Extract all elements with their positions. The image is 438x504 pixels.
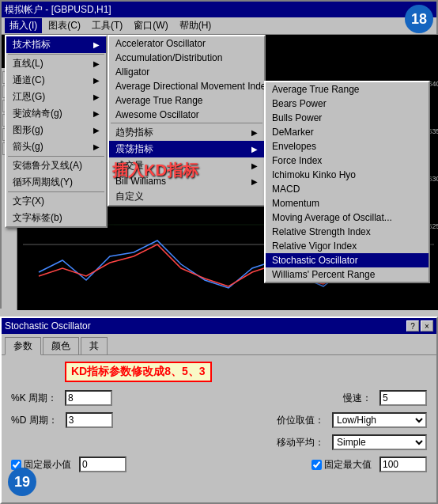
dd-custom[interactable]: 自定义 <box>109 188 264 205</box>
tab-other[interactable]: 其 <box>81 337 108 354</box>
kd-annotation: KD指标参数修改成8、5、3 <box>65 362 212 382</box>
menu-tools[interactable]: 工具(T) <box>87 18 127 33</box>
dd-item-text-label[interactable]: 文字标签(b) <box>6 210 106 226</box>
dd-accelerator[interactable]: Accelerator Oscillator <box>109 36 264 51</box>
menu-chart[interactable]: 图表(C) <box>43 18 85 33</box>
dd-bears-power[interactable]: Bears Power <box>266 97 429 111</box>
dd-item-fibonacci[interactable]: 斐波纳奇(g) ▶ <box>6 105 106 122</box>
dd-force-index[interactable]: Force Index <box>266 153 429 168</box>
dd-accumulation[interactable]: Accumulation/Distribution <box>109 51 264 65</box>
dd-item-arrow[interactable]: 箭头(g) ▶ <box>6 138 106 155</box>
menu-bar: 插入(I) 图表(C) 工具(T) 窗口(W) 帮助(H) <box>2 17 436 35</box>
arrow-icon: ▶ <box>93 126 100 135</box>
dd-rsi[interactable]: Relative Strength Index <box>266 225 429 239</box>
k-period-input[interactable] <box>65 390 112 406</box>
tab-color[interactable]: 颜色 <box>43 337 79 354</box>
badge-top: 18 <box>405 5 433 33</box>
window-title: 模拟帐户 - [GBPUSD,H1] <box>5 3 111 17</box>
title-bar: 模拟帐户 - [GBPUSD,H1] <box>2 2 436 17</box>
dd-item-andrew[interactable]: 安德鲁分叉线(A) <box>6 157 106 174</box>
ma-label: 移动平均： <box>277 436 324 449</box>
form-row-minmax: 固定最小值 固定最大值 <box>11 457 427 472</box>
form-row-d: %D 周期： 价位取值： Low/High Close/Close <box>11 412 427 428</box>
dd-item-text[interactable]: 文字(X) <box>6 193 106 210</box>
form-row-k: %K 周期： 慢速： <box>11 390 427 406</box>
menu-window[interactable]: 窗口(W) <box>129 18 172 33</box>
dd-item-gann[interactable]: 江恩(G) ▶ <box>6 89 106 105</box>
separator <box>8 54 104 55</box>
arrow-icon: ▶ <box>93 40 100 49</box>
dd-trend[interactable]: 趋势指标 ▶ <box>109 124 264 141</box>
dd-moving-avg-osc[interactable]: Moving Average of Oscillat... <box>266 210 429 225</box>
arrow-icon: ▶ <box>93 109 100 118</box>
max-checkbox[interactable] <box>312 460 322 470</box>
dd-admi[interactable]: Average Directional Movement Index <box>109 79 264 93</box>
dd-envelopes[interactable]: Envelopes <box>266 139 429 153</box>
dd-relative-vigor[interactable]: Relative Vigor Index <box>266 239 429 253</box>
slow-input[interactable] <box>379 390 427 406</box>
dd-ichimoku[interactable]: Ichimoku Kinko Hyo <box>266 168 429 182</box>
dd-item-channel[interactable]: 通道(C) ▶ <box>6 72 106 89</box>
tab-params[interactable]: 参数 <box>5 337 41 355</box>
d-period-label: %D 周期： <box>11 414 58 427</box>
dd-demarker[interactable]: DeMarker <box>266 125 429 139</box>
max-input[interactable] <box>379 457 427 472</box>
k-period-label: %K 周期： <box>11 392 57 405</box>
dd-awesome[interactable]: Awesome Oscillator <box>109 108 264 122</box>
dd-item-line[interactable]: 直线(L) ▶ <box>6 55 106 72</box>
dialog-title-buttons: ? × <box>406 320 433 332</box>
separator <box>8 156 104 157</box>
arrow-icon: ▶ <box>251 128 258 137</box>
arrow-icon: ▶ <box>251 177 258 186</box>
slow-label: 慢速： <box>340 392 372 405</box>
dd-bulls-power[interactable]: Bulls Power <box>266 111 429 125</box>
max-label: 固定最大值 <box>324 458 372 472</box>
badge-bottom: 19 <box>8 468 36 496</box>
ma-select[interactable]: Simple Exponential Smoothed Linear Weigh… <box>332 434 427 450</box>
separator <box>8 191 104 192</box>
dd-oscillator[interactable]: 震荡指标 ▶ <box>109 141 264 157</box>
arrow-icon: ▶ <box>93 93 100 101</box>
min-label: 固定最小值 <box>24 458 71 472</box>
arrow-icon: ▶ <box>93 59 100 68</box>
dialog-tabs: 参数 颜色 其 <box>2 334 436 355</box>
max-checkbox-label: 固定最大值 <box>312 458 372 472</box>
dropdown-insert-menu: 技术指标 ▶ 直线(L) ▶ 通道(C) ▶ 江恩(G) ▶ 斐波纳奇(g) ▶… <box>5 35 108 228</box>
annotation-insert: 插入KD指标 <box>112 160 198 181</box>
dd-williams[interactable]: Williams' Percent Range <box>266 267 429 282</box>
arrow-icon: ▶ <box>93 142 100 151</box>
menu-insert[interactable]: 插入(I) <box>5 18 42 33</box>
arrow-icon: ▶ <box>93 76 100 85</box>
dialog-title: Stochastic Oscillator <box>5 320 91 332</box>
stochastic-dialog: Stochastic Oscillator ? × 参数 颜色 其 KD指标参数… <box>0 316 438 504</box>
arrow-icon: ▶ <box>251 161 258 170</box>
dd-macd[interactable]: MACD <box>266 182 429 196</box>
dd-stochastic[interactable]: Stochastic Oscillator <box>266 253 429 267</box>
arrow-icon: ▶ <box>251 145 258 153</box>
price-select[interactable]: Low/High Close/Close <box>332 412 427 428</box>
close-button[interactable]: × <box>421 320 433 332</box>
dd-item-shape[interactable]: 图形(g) ▶ <box>6 122 106 138</box>
menu-help[interactable]: 帮助(H) <box>175 18 217 33</box>
dd-atr[interactable]: Average True Range <box>109 93 264 108</box>
min-input[interactable] <box>79 457 126 472</box>
dd-alligator[interactable]: Alligator <box>109 65 264 79</box>
dialog-title-bar: Stochastic Oscillator ? × <box>2 318 436 334</box>
dd-item-tech-indicator[interactable]: 技术指标 ▶ <box>6 36 106 53</box>
separator <box>111 123 262 123</box>
dd-momentum[interactable]: Momentum <box>266 196 429 210</box>
price-label: 价位取值： <box>277 414 324 427</box>
help-button[interactable]: ? <box>406 320 419 332</box>
d-period-input[interactable] <box>66 412 113 428</box>
form-row-ma: 移动平均： Simple Exponential Smoothed Linear… <box>11 434 427 450</box>
dd-item-cycle[interactable]: 循环周期线(Y) <box>6 174 106 191</box>
dropdown-oscillators: Average True Range Bears Power Bulls Pow… <box>264 81 430 283</box>
dialog-content: KD指标参数修改成8、5、3 %K 周期： 慢速： %D 周期： 价位取值： L… <box>2 355 436 485</box>
top-window: 模拟帐户 - [GBPUSD,H1] 插入(I) 图表(C) 工具(T) 窗口(… <box>0 0 438 309</box>
dd-avg-true-range[interactable]: Average True Range <box>266 82 429 97</box>
